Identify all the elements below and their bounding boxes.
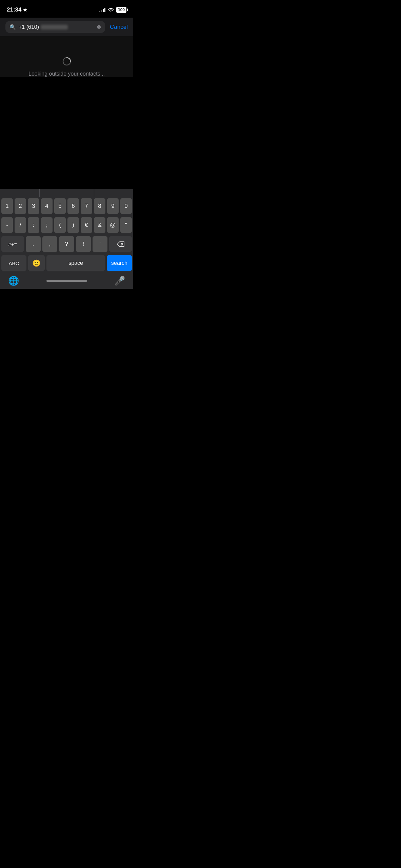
loading-area: Looking outside your contacts...	[0, 36, 133, 77]
search-input-value[interactable]: +1 (610)	[19, 24, 94, 30]
clear-button[interactable]: ⊗	[97, 24, 101, 30]
number-row: 1 2 3 4 5 6 7 8 9 0	[1, 198, 132, 214]
svg-point-0	[110, 11, 111, 12]
key-ampersand[interactable]: &	[94, 217, 105, 233]
key-3[interactable]: 3	[28, 198, 39, 214]
symbol-row: - / : ; ( ) € & @ "	[1, 217, 132, 233]
special-row: #+= . , ? ! '	[1, 236, 132, 252]
key-slash[interactable]: /	[15, 217, 26, 233]
home-indicator	[46, 280, 87, 282]
bottom-row: ABC 🙂 space search	[1, 255, 132, 271]
keyboard-toolbar	[0, 189, 133, 198]
key-0[interactable]: 0	[120, 198, 132, 214]
key-semicolon[interactable]: ;	[41, 217, 53, 233]
wifi-icon	[108, 8, 114, 12]
loading-message: Looking outside your contacts...	[28, 71, 105, 77]
key-apostrophe[interactable]: '	[93, 236, 107, 252]
toolbar-divider-right	[94, 189, 94, 197]
key-6[interactable]: 6	[67, 198, 79, 214]
status-icons: 100	[99, 7, 126, 13]
key-at[interactable]: @	[107, 217, 119, 233]
key-2[interactable]: 2	[15, 198, 26, 214]
search-button[interactable]: search	[107, 255, 132, 271]
key-period[interactable]: .	[26, 236, 41, 252]
loading-spinner	[62, 57, 72, 66]
key-colon[interactable]: :	[28, 217, 39, 233]
microphone-icon[interactable]: 🎤	[114, 276, 125, 286]
keyboard: 1 2 3 4 5 6 7 8 9 0 - / : ; ( ) € & @ " …	[0, 189, 133, 289]
key-question[interactable]: ?	[59, 236, 74, 252]
key-dash[interactable]: -	[1, 217, 13, 233]
key-5[interactable]: 5	[54, 198, 66, 214]
key-8[interactable]: 8	[94, 198, 105, 214]
signal-icon	[99, 7, 105, 12]
key-euro[interactable]: €	[81, 217, 92, 233]
key-rparen[interactable]: )	[67, 217, 79, 233]
key-4[interactable]: 4	[41, 198, 53, 214]
backspace-key[interactable]	[109, 236, 132, 252]
key-quote[interactable]: "	[120, 217, 132, 233]
redacted-number	[41, 25, 68, 29]
key-exclamation[interactable]: !	[76, 236, 91, 252]
search-bar[interactable]: 🔍 +1 (610) ⊗	[5, 21, 105, 33]
abc-key[interactable]: ABC	[1, 255, 26, 271]
keyboard-bottom-icons: 🌐 🎤	[0, 274, 133, 289]
keyboard-rows: 1 2 3 4 5 6 7 8 9 0 - / : ; ( ) € & @ " …	[0, 198, 133, 271]
search-area: 🔍 +1 (610) ⊗ Cancel	[0, 18, 133, 36]
backspace-icon	[117, 241, 124, 247]
cancel-button[interactable]: Cancel	[108, 24, 128, 31]
key-lparen[interactable]: (	[54, 217, 66, 233]
key-comma[interactable]: ,	[42, 236, 57, 252]
location-icon	[23, 7, 27, 12]
space-key[interactable]: space	[46, 255, 105, 271]
emoji-key[interactable]: 🙂	[28, 255, 45, 271]
time-display: 21:34	[7, 6, 21, 13]
battery-level: 100	[118, 7, 125, 12]
status-bar: 21:34 100	[0, 0, 133, 17]
key-9[interactable]: 9	[107, 198, 119, 214]
key-1[interactable]: 1	[1, 198, 13, 214]
phone-prefix: +1 (610)	[19, 24, 39, 30]
key-7[interactable]: 7	[81, 198, 92, 214]
search-icon: 🔍	[9, 24, 16, 30]
toolbar-divider-left	[39, 189, 40, 197]
globe-icon[interactable]: 🌐	[8, 276, 19, 286]
battery-icon: 100	[116, 7, 126, 13]
status-time: 21:34	[7, 6, 27, 13]
key-hashtag[interactable]: #+=	[1, 236, 24, 252]
